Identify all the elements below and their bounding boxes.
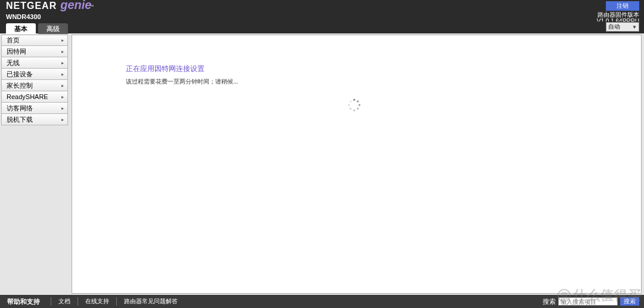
svg-point-4: [353, 109, 355, 111]
sidebar-item-label: 访客网络: [7, 104, 33, 113]
sidebar-item-label: 家长控制: [7, 81, 33, 90]
language-select[interactable]: 自动 ▼: [606, 22, 639, 32]
search-label: 搜索: [543, 297, 556, 306]
sidebar-item-label: 首页: [7, 36, 20, 45]
applying-title: 正在应用因特网连接设置: [126, 64, 641, 74]
sidebar-item-attached[interactable]: 已接设备 ▸: [1, 69, 68, 80]
sidebar-item-label: 因特网: [7, 47, 26, 56]
sidebar-item-download[interactable]: 脱机下载 ▸: [1, 114, 68, 125]
model-number: WNDR4300: [6, 13, 41, 20]
brand-tm: ™: [89, 4, 94, 8]
chevron-right-icon: ▸: [61, 94, 64, 100]
chevron-down-icon: ▼: [632, 24, 637, 30]
chevron-right-icon: ▸: [61, 117, 64, 122]
brand-netgear: NETGEAR: [6, 1, 57, 11]
sidebar-item-internet[interactable]: 因特网 ▸: [1, 46, 68, 57]
svg-point-0: [353, 99, 355, 101]
chevron-right-icon: ▸: [61, 38, 64, 43]
chevron-right-icon: ▸: [61, 106, 64, 111]
svg-point-5: [349, 107, 351, 109]
search-input[interactable]: [558, 297, 618, 306]
brand-genie: genie: [60, 0, 91, 11]
sidebar-item-label: 已接设备: [7, 70, 33, 79]
sidebar-item-wireless[interactable]: 无线 ▸: [1, 57, 68, 69]
svg-point-7: [349, 100, 351, 102]
chevron-right-icon: ▸: [61, 72, 64, 77]
search-button[interactable]: 搜索: [620, 297, 639, 306]
footer-link-docs[interactable]: 文档: [51, 297, 78, 306]
sidebar-item-parental[interactable]: 家长控制 ▸: [1, 80, 68, 91]
firmware-label: 路由器固件版本: [597, 11, 639, 18]
logout-button[interactable]: 注销: [606, 1, 639, 11]
chevron-right-icon: ▸: [61, 49, 64, 54]
sidebar-item-guest[interactable]: 访客网络 ▸: [1, 103, 68, 114]
sidebar-item-home[interactable]: 首页 ▸: [1, 35, 68, 46]
header: NETGEAR genie™ WNDR4300 注销 路由器固件版本 V1.0.…: [0, 0, 644, 21]
svg-point-3: [357, 107, 358, 109]
svg-point-1: [357, 100, 358, 102]
sidebar-item-readyshare[interactable]: ReadySHARE ▸: [1, 91, 68, 103]
content-panel: 正在应用因特网连接设置 该过程需要花费一至两分钟时间；请稍候...: [72, 35, 642, 294]
language-selected: 自动: [608, 23, 620, 31]
svg-point-2: [358, 104, 360, 106]
tab-row: 基本 高级 自动 ▼: [0, 21, 644, 33]
tab-basic[interactable]: 基本: [6, 23, 36, 34]
chevron-right-icon: ▸: [61, 83, 64, 88]
loading-spinner-icon: [348, 98, 361, 112]
sidebar-item-label: ReadySHARE: [7, 93, 48, 100]
svg-point-6: [348, 104, 350, 106]
footer: 帮助和支持 文档 在线支持 路由器常见问题解答 搜索 搜索: [0, 295, 644, 308]
main-area: 首页 ▸ 因特网 ▸ 无线 ▸ 已接设备 ▸ 家长控制 ▸ ReadySHARE…: [0, 33, 644, 295]
chevron-right-icon: ▸: [61, 60, 64, 66]
applying-text: 该过程需要花费一至两分钟时间；请稍候...: [126, 78, 641, 86]
tab-advanced[interactable]: 高级: [38, 23, 68, 34]
footer-link-support[interactable]: 在线支持: [78, 297, 116, 306]
brand-block: NETGEAR genie™: [6, 1, 95, 13]
footer-link-faq[interactable]: 路由器常见问题解答: [116, 297, 185, 306]
sidebar-item-label: 脱机下载: [7, 115, 33, 124]
sidebar: 首页 ▸ 因特网 ▸ 无线 ▸ 已接设备 ▸ 家长控制 ▸ ReadySHARE…: [0, 33, 69, 295]
footer-title: 帮助和支持: [7, 297, 40, 306]
sidebar-item-label: 无线: [7, 58, 20, 67]
